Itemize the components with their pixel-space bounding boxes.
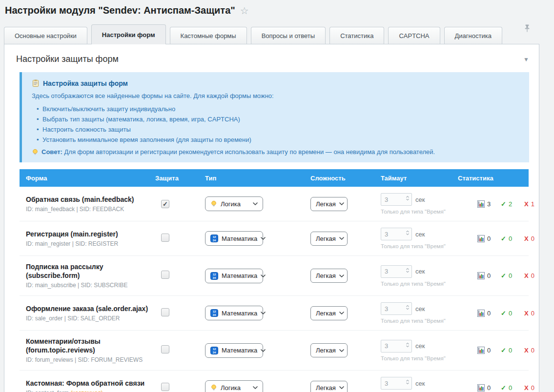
- stat-total: 0: [487, 347, 491, 354]
- stat-failed: 1: [531, 200, 534, 208]
- spinner-icon[interactable]: [406, 268, 410, 273]
- tab-questions[interactable]: Вопросы и ответы: [251, 27, 326, 44]
- stat-failed: 0: [531, 347, 534, 354]
- spinner-icon[interactable]: [406, 379, 410, 385]
- bar-chart-icon: [477, 272, 485, 279]
- form-name: Обратная связь (main.feedback): [26, 195, 155, 204]
- form-name: Оформление заказа (sale.order.ajax): [26, 304, 155, 313]
- info-intro: Здесь отображаются все найденные формы н…: [32, 92, 519, 99]
- difficulty-select[interactable]: Легкая: [310, 269, 348, 283]
- form-meta: ID: main_subscribe | SID: SUBSCRIBE: [26, 282, 155, 289]
- timeout-unit: сек: [415, 268, 425, 275]
- column-header-difficulty: Сложность: [310, 175, 381, 182]
- logic-bulb-icon: [210, 200, 217, 207]
- difficulty-select[interactable]: Легкая: [310, 197, 348, 211]
- bar-chart-icon: [477, 347, 485, 354]
- spinner-icon[interactable]: [406, 342, 410, 348]
- stat-failed: 0: [531, 384, 534, 392]
- type-select[interactable]: Логика: [205, 380, 263, 392]
- stat-passed: 2: [509, 200, 512, 208]
- spinner-icon[interactable]: [406, 305, 410, 310]
- form-name: Комментарии/отзывы (forum.topic.reviews): [26, 337, 155, 354]
- tab-custom-forms[interactable]: Кастомные формы: [170, 27, 247, 44]
- protection-checkbox[interactable]: [161, 234, 169, 242]
- logic-bulb-icon: [210, 384, 217, 391]
- tab-main-settings[interactable]: Основные настройки: [4, 27, 87, 44]
- tab-captcha[interactable]: CAPTCHA: [388, 27, 440, 44]
- table-row: Обратная связь (main.feedback) ID: main_…: [20, 187, 529, 221]
- chevron-down-icon: [339, 386, 344, 389]
- protection-checkbox[interactable]: [161, 308, 169, 316]
- protection-checkbox[interactable]: [161, 345, 169, 353]
- chevron-down-icon: [339, 237, 344, 240]
- form-name: Регистрация (main.register): [26, 230, 155, 238]
- timeout-note: Только для типа "Время": [381, 209, 458, 215]
- bar-chart-icon: [477, 235, 485, 242]
- stat-passed: 0: [509, 347, 512, 354]
- page-title: Настройки модуля "Sendev: Антиспам-Защит…: [5, 5, 235, 16]
- info-tip: Совет: Для форм авторизации и регистраци…: [32, 148, 519, 156]
- chevron-down-icon: [253, 386, 258, 389]
- timeout-note: Только для типа "Время": [381, 281, 458, 287]
- timeout-note: Только для типа "Время": [381, 243, 458, 249]
- column-header-form: Форма: [20, 175, 155, 182]
- collapse-chevron-icon[interactable]: ▼: [520, 55, 532, 64]
- tab-statistics[interactable]: Статистика: [329, 27, 384, 44]
- timeout-unit: сек: [415, 305, 425, 313]
- stats-cell: 0 ✓0 X0: [458, 384, 548, 392]
- bar-chart-icon: [477, 200, 485, 208]
- difficulty-select[interactable]: Легкая: [310, 343, 348, 357]
- math-icon: [210, 309, 218, 317]
- timeout-input[interactable]: 3: [381, 228, 412, 240]
- chevron-down-icon: [339, 312, 344, 314]
- chevron-down-icon: [339, 274, 344, 277]
- pin-icon[interactable]: [524, 24, 539, 34]
- chevron-down-icon: [261, 312, 266, 314]
- stat-total: 0: [487, 384, 491, 392]
- difficulty-select[interactable]: Легкая: [310, 306, 348, 320]
- type-select[interactable]: Математика: [205, 269, 263, 283]
- cross-icon: X: [524, 347, 529, 354]
- check-icon: ✓: [501, 200, 506, 208]
- spinner-icon[interactable]: [406, 196, 410, 201]
- difficulty-select[interactable]: Легкая: [310, 232, 348, 246]
- spinner-icon[interactable]: [406, 230, 410, 235]
- timeout-input[interactable]: 3: [381, 265, 412, 278]
- timeout-input[interactable]: 3: [381, 193, 412, 206]
- type-select[interactable]: Математика: [205, 306, 263, 320]
- type-select[interactable]: Математика: [205, 343, 263, 358]
- check-icon: ✓: [501, 310, 506, 317]
- difficulty-select[interactable]: Легкая: [310, 381, 348, 392]
- stats-cell: 0 ✓0 X0: [458, 347, 548, 354]
- check-icon: ✓: [501, 384, 506, 392]
- timeout-input[interactable]: 3: [381, 377, 412, 390]
- tab-diagnostics[interactable]: Диагностика: [444, 27, 502, 44]
- table-row: Кастомная: Форма обратной связи ID: cont…: [20, 371, 529, 392]
- form-name: Кастомная: Форма обратной связи: [26, 379, 155, 388]
- check-icon: ✓: [501, 347, 506, 354]
- stat-total: 0: [487, 310, 491, 317]
- type-select[interactable]: Математика: [205, 231, 263, 246]
- bar-chart-icon: [477, 384, 485, 392]
- form-meta: ID: contact_form (кастомная): [26, 390, 155, 392]
- type-select[interactable]: Логика: [205, 196, 263, 211]
- table-row: Подписка на рассылку (subscribe.form) ID…: [20, 256, 529, 296]
- tab-form-settings[interactable]: Настройки форм: [91, 24, 166, 44]
- timeout-note: Только для типа "Время": [381, 355, 458, 361]
- stats-cell: 0 ✓0 X0: [458, 310, 548, 317]
- timeout-input[interactable]: 3: [381, 340, 412, 353]
- form-meta: ID: forum_reviews | SID: FORUM_REVIEWS: [26, 356, 155, 364]
- timeout-input[interactable]: 3: [381, 302, 412, 315]
- form-meta: ID: main_feedback | SID: FEEDBACK: [26, 206, 155, 213]
- timeout-note: Только для типа "Время": [381, 318, 458, 324]
- bar-chart-icon: [477, 310, 485, 317]
- protection-checkbox[interactable]: [161, 271, 169, 279]
- protection-checkbox[interactable]: [161, 383, 169, 391]
- cross-icon: X: [524, 235, 529, 242]
- form-meta: ID: sale_order | SID: SALE_ORDER: [26, 315, 155, 322]
- favorite-star-icon[interactable]: ☆: [240, 6, 249, 16]
- timeout-unit: сек: [415, 380, 425, 387]
- info-box: Настройка защиты форм Здесь отображаются…: [20, 72, 529, 162]
- protection-checkbox[interactable]: [161, 200, 169, 208]
- info-title: Настройка защиты форм: [43, 79, 128, 87]
